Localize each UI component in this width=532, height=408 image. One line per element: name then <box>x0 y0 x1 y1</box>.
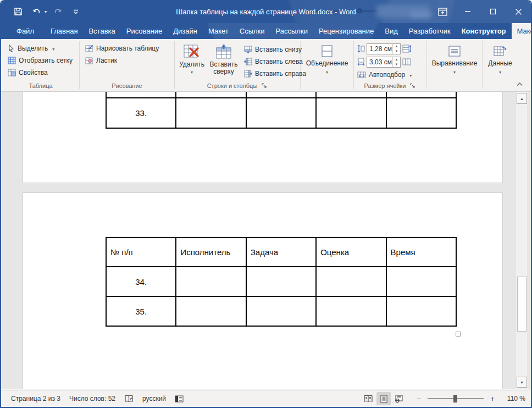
row-height-field: ▲ ▼ <box>367 43 401 54</box>
page-indicator[interactable]: Страница 2 из 3 <box>7 390 65 407</box>
table-cell[interactable] <box>386 267 456 296</box>
alignment-button[interactable]: Выравнивание <box>430 42 479 90</box>
distribute-columns-icon[interactable] <box>402 58 411 66</box>
properties-button[interactable]: Свойства <box>5 67 75 79</box>
tab-insert[interactable]: Вставка <box>83 23 120 39</box>
zoom-out-icon[interactable]: − <box>414 393 423 404</box>
table-cell[interactable] <box>316 296 386 326</box>
tab-mailings[interactable]: Рассылки <box>270 23 313 39</box>
table-cell[interactable] <box>316 92 386 98</box>
table-cell[interactable] <box>176 296 246 326</box>
macro-recording[interactable] <box>170 390 188 407</box>
scroll-down-icon[interactable]: ▼ <box>517 377 527 388</box>
tab-developer[interactable]: Разработчик <box>403 23 456 39</box>
read-mode-icon[interactable] <box>361 392 375 405</box>
insert-left-icon <box>244 58 252 65</box>
table-row: 35. <box>106 296 456 326</box>
scroll-up-icon[interactable]: ▲ <box>517 93 527 104</box>
collapse-ribbon-icon[interactable] <box>514 80 524 89</box>
ribbon-display-options-icon[interactable] <box>430 0 455 23</box>
table-cell[interactable] <box>246 92 316 98</box>
data-button[interactable]: Данные <box>486 42 514 90</box>
table-cell[interactable] <box>246 296 316 326</box>
web-layout-icon[interactable] <box>392 392 406 405</box>
eraser-button[interactable]: Ластик <box>83 54 161 67</box>
autofit-button[interactable]: Автоподбор <box>357 69 414 81</box>
column-width-field: ▲ ▼ <box>367 57 401 68</box>
draw-table-button[interactable]: Нарисовать таблицу <box>83 42 161 54</box>
group-draw: Нарисовать таблицу Ластик Рисование <box>80 39 174 91</box>
table-cell-number[interactable]: 35. <box>106 296 176 326</box>
print-layout-icon[interactable] <box>376 392 391 405</box>
table-resize-handle[interactable] <box>456 332 461 337</box>
tab-file[interactable]: Файл <box>11 23 40 39</box>
column-width-input[interactable] <box>367 57 392 67</box>
tab-layout[interactable]: Макет <box>203 23 234 39</box>
table-cell-number[interactable]: 33. <box>106 98 176 128</box>
scrollbar-thumb[interactable] <box>517 277 527 332</box>
header-cell[interactable]: Задача <box>246 238 316 267</box>
table-cell[interactable] <box>246 98 316 128</box>
undo-dropdown-caret[interactable]: ▾ <box>45 9 47 14</box>
rows-columns-dialog-launcher-icon[interactable] <box>261 82 268 89</box>
vertical-scrollbar[interactable]: ▲ ▼ <box>516 92 527 389</box>
table-cell[interactable] <box>386 98 456 128</box>
zoom-in-icon[interactable]: + <box>488 393 497 404</box>
table-cell[interactable] <box>106 92 176 98</box>
insert-above-button[interactable]: Вставить сверху <box>207 42 241 81</box>
merge-button[interactable]: Объединение <box>304 42 350 90</box>
titlebar-decoration <box>307 10 379 12</box>
header-cell[interactable]: Исполнитель <box>176 238 246 267</box>
tab-review[interactable]: Рецензирование <box>313 23 379 39</box>
language-indicator[interactable]: русский <box>138 390 170 407</box>
proofing-status[interactable] <box>120 390 138 407</box>
table-cell-number[interactable]: 34. <box>106 267 176 296</box>
undo-icon[interactable] <box>29 4 43 19</box>
header-cell[interactable]: Время <box>386 238 456 267</box>
tab-table-layout[interactable]: Макет <box>512 23 532 39</box>
zoom-slider[interactable] <box>428 398 484 399</box>
tab-home[interactable]: Главная <box>45 23 83 39</box>
table-cell[interactable] <box>386 296 456 326</box>
row-height-spinners: ▲ ▼ <box>392 44 400 54</box>
table-cell[interactable] <box>316 267 386 296</box>
distribute-rows-icon[interactable] <box>402 45 411 53</box>
column-width-increment[interactable]: ▲ <box>393 57 400 62</box>
tab-design[interactable]: Дизайн <box>168 23 203 39</box>
table-cell[interactable] <box>176 98 246 128</box>
table-cell[interactable] <box>176 267 246 296</box>
view-gridlines-button[interactable]: Отобразить сетку <box>5 54 75 67</box>
zoom-level[interactable]: 110 % <box>501 395 525 403</box>
insert-left-button[interactable]: Вставить слева <box>242 56 308 68</box>
table-cell[interactable] <box>386 92 456 98</box>
insert-below-button[interactable]: Вставить снизу <box>242 43 308 56</box>
table-cell[interactable] <box>246 267 316 296</box>
cell-size-dialog-launcher-icon[interactable] <box>409 82 416 89</box>
column-width-decrement[interactable]: ▼ <box>393 62 400 67</box>
row-height-input[interactable] <box>367 44 392 54</box>
tab-references[interactable]: Ссылки <box>234 23 270 39</box>
save-icon[interactable] <box>11 4 25 19</box>
eraser-icon <box>85 57 93 64</box>
zoom-slider-thumb[interactable] <box>453 395 457 403</box>
table-cell[interactable] <box>176 92 246 98</box>
tab-table-design[interactable]: Конструктор <box>456 23 512 39</box>
customize-quick-access-icon[interactable] <box>69 4 83 19</box>
close-icon[interactable] <box>506 0 531 23</box>
word-count[interactable]: Число слов: 52 <box>65 390 120 407</box>
maximize-icon[interactable] <box>480 0 506 23</box>
header-cell[interactable]: Оценка <box>316 238 386 267</box>
group-label-rows-columns: Строки и столбцы <box>178 81 297 90</box>
tab-draw[interactable]: Рисование <box>121 23 168 39</box>
insert-right-button[interactable]: Вставить справа <box>242 68 308 80</box>
gridlines-icon <box>8 57 16 64</box>
row-height-increment[interactable]: ▲ <box>393 44 400 49</box>
select-cursor-icon <box>8 45 15 52</box>
table-cell[interactable] <box>316 98 386 128</box>
minimize-icon[interactable] <box>455 0 480 23</box>
row-height-decrement[interactable]: ▼ <box>393 49 400 54</box>
delete-button[interactable]: Удалить <box>178 42 206 81</box>
header-cell[interactable]: № п/п <box>106 238 176 267</box>
tab-view[interactable]: Вид <box>379 23 403 39</box>
select-button[interactable]: Выделить <box>5 42 75 54</box>
